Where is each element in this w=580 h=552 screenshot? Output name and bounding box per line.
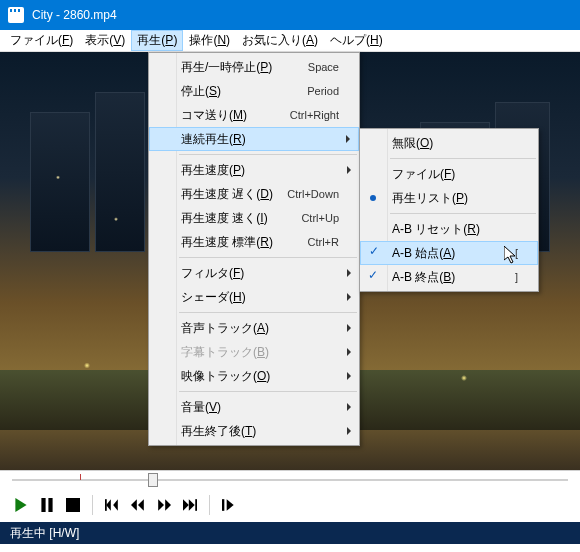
submenu-arrow-icon	[347, 403, 351, 411]
menu-repeat-submenu: 無限(O)ファイル(F)再生リスト(P)A-B リセット(R)A-B 始点(A)…	[359, 128, 539, 292]
seek-thumb[interactable]	[148, 473, 158, 487]
menu-label: A-B リセット(R)	[392, 221, 518, 238]
status-text: 再生中 [H/W]	[10, 525, 79, 542]
menu-label: A-B 終点(B)	[392, 269, 515, 286]
window-title: City - 2860.mp4	[32, 8, 117, 22]
menu-label: 映像トラック(O)	[181, 368, 339, 385]
menu-separator	[179, 312, 357, 313]
menu-shortcut: ]	[515, 271, 518, 283]
menu-label: 字幕トラック(B)	[181, 344, 339, 361]
check-icon	[369, 247, 381, 259]
menu-item[interactable]: ファイル(F)	[360, 162, 538, 186]
submenu-arrow-icon	[347, 427, 351, 435]
menu-item[interactable]: A-B リセット(R)	[360, 217, 538, 241]
menu-shortcut: Ctrl+Down	[287, 188, 339, 200]
stop-button[interactable]	[62, 494, 84, 516]
svg-rect-0	[41, 498, 45, 512]
menu-label: 再生終了後(T)	[181, 423, 339, 440]
submenu-arrow-icon	[347, 166, 351, 174]
submenu-arrow-icon	[347, 372, 351, 380]
menu-label: ファイル(F)	[392, 166, 518, 183]
menu-item[interactable]: 再生速度 遅く(D)Ctrl+Down	[149, 182, 359, 206]
rewind-button[interactable]	[127, 494, 149, 516]
menu-item[interactable]: 連続再生(R)	[149, 127, 359, 151]
menubar: ファイル(F)表示(V)再生(P)操作(N)お気に入り(A)ヘルプ(H)	[0, 30, 580, 52]
menu-label: A-B 始点(A)	[392, 245, 515, 262]
menu-label: 再生速度(P)	[181, 162, 339, 179]
menu-shortcut: [	[515, 247, 518, 259]
menu-label: 停止(S)	[181, 83, 307, 100]
seek-track	[12, 479, 568, 481]
submenu-arrow-icon	[346, 135, 350, 143]
step-button[interactable]	[218, 494, 240, 516]
menu-label: 再生/一時停止(P)	[181, 59, 308, 76]
menu-label: 連続再生(R)	[181, 131, 339, 148]
transport-controls	[0, 488, 580, 522]
submenu-arrow-icon	[347, 269, 351, 277]
menu-item[interactable]: 無限(O)	[360, 131, 538, 155]
menu-item[interactable]: 停止(S)Period	[149, 79, 359, 103]
pause-button[interactable]	[36, 494, 58, 516]
menu-item[interactable]: 再生速度 標準(R)Ctrl+R	[149, 230, 359, 254]
svg-rect-2	[66, 498, 80, 512]
menu-item[interactable]: 再生終了後(T)	[149, 419, 359, 443]
separator	[92, 495, 93, 515]
next-chapter-button[interactable]	[179, 494, 201, 516]
menubar-item-3[interactable]: 操作(N)	[183, 30, 236, 51]
menu-play-popup: 再生/一時停止(P)Space停止(S)Periodコマ送り(M)Ctrl+Ri…	[148, 52, 360, 446]
menu-shortcut: Space	[308, 61, 339, 73]
submenu-arrow-icon	[347, 348, 351, 356]
titlebar: City - 2860.mp4	[0, 0, 580, 30]
menu-label: 無限(O)	[392, 135, 518, 152]
submenu-arrow-icon	[347, 293, 351, 301]
menu-item[interactable]: A-B 始点(A)[	[360, 241, 538, 265]
menu-item[interactable]: 再生速度 速く(I)Ctrl+Up	[149, 206, 359, 230]
svg-rect-4	[195, 499, 197, 511]
menu-label: 再生リスト(P)	[392, 190, 518, 207]
menu-separator	[390, 158, 536, 159]
svg-rect-5	[222, 499, 224, 511]
forward-button[interactable]	[153, 494, 175, 516]
menubar-item-2[interactable]: 再生(P)	[131, 30, 183, 51]
menubar-item-4[interactable]: お気に入り(A)	[236, 30, 324, 51]
statusbar: 再生中 [H/W]	[0, 522, 580, 544]
seekbar[interactable]	[0, 470, 580, 488]
menu-label: コマ送り(M)	[181, 107, 290, 124]
menu-label: 再生速度 速く(I)	[181, 210, 301, 227]
play-button[interactable]	[10, 494, 32, 516]
app-icon	[8, 7, 24, 23]
menu-item[interactable]: 映像トラック(O)	[149, 364, 359, 388]
menu-item[interactable]: フィルタ(F)	[149, 261, 359, 285]
menu-item[interactable]: 音量(V)	[149, 395, 359, 419]
check-icon	[368, 271, 380, 283]
menu-label: シェーダ(H)	[181, 289, 339, 306]
menubar-item-1[interactable]: 表示(V)	[79, 30, 131, 51]
menu-separator	[179, 257, 357, 258]
seek-mark-a	[80, 474, 81, 480]
menubar-item-0[interactable]: ファイル(F)	[4, 30, 79, 51]
menu-shortcut: Ctrl+Up	[301, 212, 339, 224]
menu-separator	[179, 154, 357, 155]
menu-label: 音量(V)	[181, 399, 339, 416]
menu-item[interactable]: シェーダ(H)	[149, 285, 359, 309]
menu-item[interactable]: 再生/一時停止(P)Space	[149, 55, 359, 79]
menu-label: フィルタ(F)	[181, 265, 339, 282]
menu-shortcut: Period	[307, 85, 339, 97]
separator	[209, 495, 210, 515]
submenu-arrow-icon	[347, 324, 351, 332]
menu-item[interactable]: コマ送り(M)Ctrl+Right	[149, 103, 359, 127]
menu-item[interactable]: A-B 終点(B)]	[360, 265, 538, 289]
menu-item[interactable]: 再生速度(P)	[149, 158, 359, 182]
svg-rect-1	[48, 498, 52, 512]
radio-icon	[370, 195, 376, 201]
menu-label: 再生速度 遅く(D)	[181, 186, 287, 203]
menu-item[interactable]: 音声トラック(A)	[149, 316, 359, 340]
menu-shortcut: Ctrl+Right	[290, 109, 339, 121]
menu-item: 字幕トラック(B)	[149, 340, 359, 364]
menubar-item-5[interactable]: ヘルプ(H)	[324, 30, 389, 51]
menu-label: 再生速度 標準(R)	[181, 234, 308, 251]
prev-chapter-button[interactable]	[101, 494, 123, 516]
menu-item[interactable]: 再生リスト(P)	[360, 186, 538, 210]
menu-label: 音声トラック(A)	[181, 320, 339, 337]
menu-separator	[390, 213, 536, 214]
